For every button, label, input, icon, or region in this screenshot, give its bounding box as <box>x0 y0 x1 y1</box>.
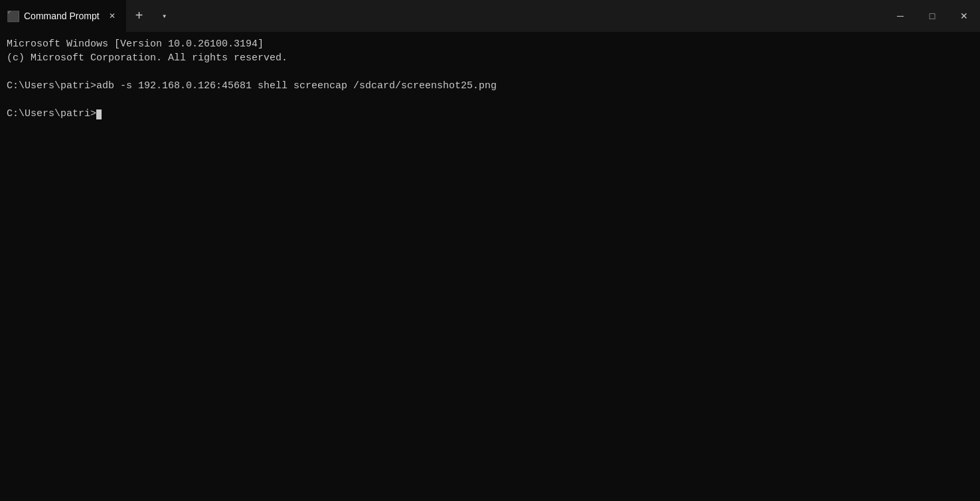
new-tab-button[interactable]: + <box>126 0 153 32</box>
tab-dropdown-button[interactable]: ▾ <box>153 0 177 32</box>
active-tab[interactable]: ⬛ Command Prompt ✕ <box>0 0 126 32</box>
window-controls: ─ □ ✕ <box>884 0 980 32</box>
output-line-2: (c) Microsoft Corporation. All rights re… <box>7 52 287 64</box>
close-button[interactable]: ✕ <box>948 0 980 32</box>
terminal-icon: ⬛ <box>7 10 19 22</box>
maximize-button[interactable]: □ <box>916 0 948 32</box>
terminal-output[interactable]: Microsoft Windows [Version 10.0.26100.31… <box>0 32 980 501</box>
titlebar: ⬛ Command Prompt ✕ + ▾ ─ □ ✕ <box>0 0 980 32</box>
tab-area: ⬛ Command Prompt ✕ + ▾ <box>0 0 884 32</box>
current-prompt: C:\Users\patri> <box>7 108 96 119</box>
output-line-4: C:\Users\patri>adb -s 192.168.0.126:4568… <box>7 80 497 92</box>
output-line-1: Microsoft Windows [Version 10.0.26100.31… <box>7 38 264 50</box>
minimize-button[interactable]: ─ <box>884 0 916 32</box>
terminal-window: ⬛ Command Prompt ✕ + ▾ ─ □ ✕ Microsoft W… <box>0 0 980 501</box>
tab-title: Command Prompt <box>24 11 100 21</box>
cursor <box>96 109 102 119</box>
tab-close-button[interactable]: ✕ <box>105 9 120 23</box>
